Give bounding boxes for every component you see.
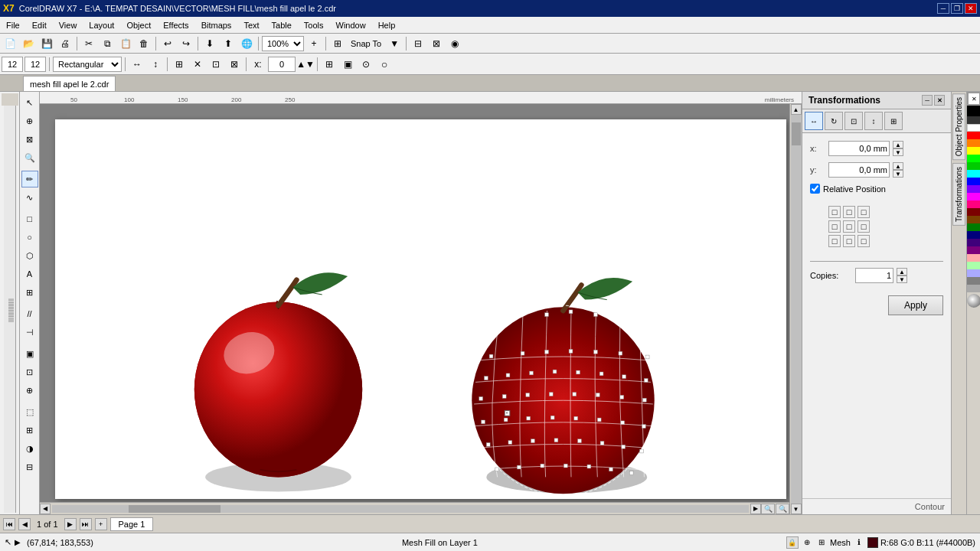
anchor-br[interactable]: □ (858, 235, 870, 247)
copy-button[interactable]: ⧉ (99, 35, 116, 52)
no-color-swatch[interactable]: ✕ (967, 92, 980, 106)
menu-window[interactable]: Window (330, 17, 372, 33)
document-tab[interactable]: mesh fill apel le 2.cdr (23, 76, 116, 91)
new-button[interactable]: 📄 (2, 35, 18, 52)
object-properties-tab[interactable]: Object Properties (952, 93, 965, 160)
panel-minimize[interactable]: ─ (922, 95, 933, 106)
zoom-tool[interactable]: 🔍 (21, 149, 38, 166)
hscroll-track[interactable] (52, 505, 749, 513)
color-magenta[interactable] (967, 193, 980, 201)
color-blue[interactable] (967, 178, 980, 185)
color-pink[interactable] (967, 201, 980, 208)
color-cyan[interactable] (967, 170, 980, 178)
zoom-in-button[interactable]: + (305, 35, 322, 52)
transparency-tool[interactable]: ⊟ (21, 458, 38, 475)
tab-rotate[interactable]: ↻ (825, 112, 843, 130)
color-dark[interactable] (967, 116, 980, 124)
tab-skew[interactable]: ⊞ (884, 112, 903, 130)
page-first[interactable]: ⏮ (3, 518, 15, 530)
color-purple[interactable] (967, 246, 980, 254)
tab-position[interactable]: ↔ (805, 112, 823, 130)
delete-button[interactable]: 🗑 (136, 35, 152, 52)
color-white[interactable] (967, 124, 980, 132)
menu-edit[interactable]: Edit (26, 17, 53, 33)
table-tool[interactable]: ⊞ (21, 284, 38, 301)
ellipse-tool[interactable]: ○ (21, 229, 38, 246)
align-btn1[interactable]: ⊞ (171, 56, 188, 73)
connector-tool[interactable]: ⊣ (21, 324, 38, 341)
relative-position-checkbox[interactable] (810, 184, 820, 194)
anchor-tr[interactable]: □ (858, 206, 870, 218)
coord-x-input[interactable] (268, 57, 296, 72)
color-black[interactable] (967, 106, 980, 116)
menu-table[interactable]: Table (266, 17, 298, 33)
print-button[interactable]: 🖨 (57, 35, 74, 52)
export-button[interactable]: ⬆ (220, 35, 237, 52)
copies-spin-down[interactable]: ▼ (897, 276, 907, 283)
color-violet[interactable] (967, 185, 980, 193)
color-indigo[interactable] (967, 239, 980, 246)
color-lime[interactable] (967, 155, 980, 162)
view-btn2[interactable]: ⊠ (428, 35, 445, 52)
crop-tool[interactable]: ⊠ (21, 131, 38, 148)
color-green[interactable] (967, 162, 980, 170)
color-darkgreen[interactable] (967, 223, 980, 231)
color-lightgray[interactable] (967, 285, 980, 292)
anchor-bc[interactable]: □ (843, 235, 855, 247)
node-tool[interactable]: ⊕ (21, 112, 38, 129)
mirror-v-btn[interactable]: ↕ (147, 56, 164, 73)
color-darkblue[interactable] (967, 231, 980, 239)
panel-close[interactable]: ✕ (934, 95, 945, 106)
outline-tool[interactable]: ⬚ (21, 403, 38, 420)
scroll-left[interactable]: ◀ (40, 504, 51, 514)
status-snap-icon[interactable]: ⊕ (801, 536, 813, 549)
y-input[interactable] (828, 162, 890, 178)
zoom-in-view[interactable]: 🔍 (776, 504, 789, 514)
color-brown[interactable] (967, 216, 980, 223)
undo-button[interactable]: ↩ (159, 35, 176, 52)
menu-object[interactable]: Object (120, 17, 157, 33)
open-button[interactable]: 📂 (20, 35, 37, 52)
snap-btn[interactable]: ⊞ (329, 35, 346, 52)
snap-grid-btn[interactable]: ⊞ (321, 56, 338, 73)
tab-size[interactable]: ↕ (864, 112, 883, 130)
color-red[interactable] (967, 132, 980, 139)
shadow-tool[interactable]: ◑ (21, 440, 38, 457)
scroll-thumb[interactable] (792, 122, 801, 145)
text-tool[interactable]: A (21, 266, 38, 282)
add-page[interactable]: + (95, 518, 107, 530)
cut-button[interactable]: ✂ (80, 35, 97, 52)
status-lock-icon[interactable]: 🔒 (786, 536, 799, 549)
color-lightgreen[interactable] (967, 262, 980, 269)
fill-tool[interactable]: ▣ (21, 345, 38, 362)
status-info-icon[interactable]: ℹ (853, 536, 865, 549)
align-btn2[interactable]: ✕ (189, 56, 206, 73)
copies-input[interactable] (855, 268, 893, 283)
tab-scale[interactable]: ⊡ (844, 112, 863, 130)
menu-help[interactable]: Help (372, 17, 402, 33)
zoom-combo[interactable]: 100%50%200% (262, 36, 304, 51)
paste-button[interactable]: 📋 (117, 35, 134, 52)
color-yellow[interactable] (967, 147, 980, 155)
align-btn3[interactable]: ⊡ (207, 56, 224, 73)
x-spin-down[interactable]: ▼ (893, 148, 903, 156)
save-button[interactable]: 💾 (38, 35, 55, 52)
color-lightpink[interactable] (967, 254, 980, 262)
smart-fill-tool[interactable]: ⊡ (21, 364, 38, 380)
menu-view[interactable]: View (53, 17, 83, 33)
scroll-track[interactable] (791, 115, 802, 504)
color-darkred[interactable] (967, 208, 980, 216)
stroke-btn[interactable]: ⊙ (358, 56, 374, 73)
page-last[interactable]: ⏭ (80, 518, 92, 530)
transformations-tab[interactable]: Transformations (952, 163, 965, 226)
zoom-out-view[interactable]: 🔍 (761, 504, 775, 514)
polygon-tool[interactable]: ⬡ (21, 247, 38, 264)
size-input-2[interactable] (24, 57, 46, 72)
view-btn3[interactable]: ◉ (446, 35, 463, 52)
title-bar-controls[interactable]: ─ ❐ ✕ (937, 3, 977, 14)
x-input[interactable] (828, 141, 890, 156)
relative-position-label[interactable]: Relative Position (823, 184, 886, 194)
minimize-button[interactable]: ─ (937, 3, 949, 14)
hscroll-thumb[interactable] (129, 505, 220, 513)
redo-button[interactable]: ↪ (178, 35, 194, 52)
